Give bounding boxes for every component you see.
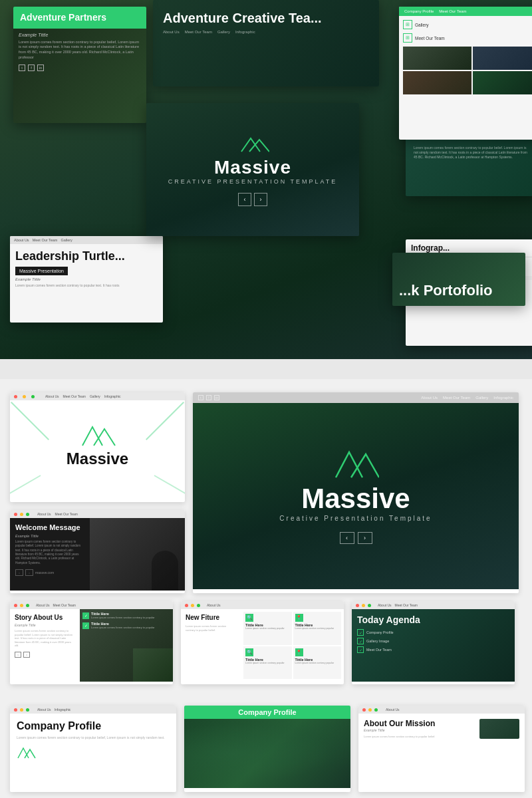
tf-desc-3: Lorem ipsum section contrary popular [245,662,290,665]
story-nav-1: About Us [36,603,50,607]
forest-bg [133,648,173,682]
welcome-lorem: Lorem ipsum comes forem section contrary… [15,540,84,565]
massive-subtitle-lg: Creative Presentation Template [279,515,432,522]
ldr-gallery: Gallery [61,238,72,242]
tf-item-3: 🔍 Tittle Here Lorem ipsum section contra… [243,646,292,680]
check-desc-1: Lorem ipsum comes forem section contrary… [91,616,155,619]
pin-icon: 📍 [295,614,303,622]
agenda-check-2: ✓ [357,638,364,644]
story-lorem: Lorem ipsum comes forem section contrary… [15,629,75,648]
social-in: in [214,395,219,400]
agenda-nav-2: Meet Our Team [395,603,418,607]
dot-red-s [14,604,17,607]
lg-nav-about: About Us [421,396,438,400]
lg-next[interactable]: › [358,532,372,544]
mountain-icon-lg [332,449,379,479]
welcome-title: Welcome Message [15,523,84,532]
dot-green-a [368,604,371,607]
grid-row-1: About Us Meet Our Team Gallery Infograph… [10,392,522,593]
agenda-item-1: ✓ Company Profile [357,629,509,636]
fiture-title: New Fiture [186,614,236,622]
nav-infographic-sm: Infographic [104,394,121,398]
fiture-nav-1: About Us [207,603,221,607]
cp1-lorem: Lorem ipsum comes forem section contrary… [17,735,170,741]
welcome-nav-1: About Us [37,512,51,516]
dot-red-cp3 [362,708,366,712]
story-nav-2: Meet Our Team [53,603,76,607]
img-thumb-4 [473,71,532,94]
adventure-team-card: Adventure Creative Tea... About Us Meet … [153,0,379,86]
cp2-title: Company Profile [238,708,296,716]
line-2 [146,402,184,440]
cp2-overlay [184,719,350,788]
prev-btn[interactable]: ‹ [15,569,23,576]
fiture-lorem: Lorem ipsum comes forem section contrary… [186,624,236,632]
agenda-check-3: ✓ [357,646,364,653]
lg-prev[interactable]: ‹ [340,532,354,544]
adventure-team-title: Adventure Creative Tea... [163,10,369,26]
cr-link-1: ⊞ Gallery [403,20,532,29]
thumb-company-profile-1: About Us Infographic Company Profile Lor… [10,706,176,792]
massive-title-sm: Massive [66,450,128,468]
massive-center-subtitle: Creative Presentation Template [168,178,338,185]
prev-arrow[interactable]: ‹ [238,193,251,206]
dot-red-f [185,604,188,607]
ldr-about: About Us [14,238,29,242]
lg-nav-infographic: Infographic [493,396,513,400]
tf-item-1: 🔍 Tittle Here Lorem ipsum section contra… [243,612,292,645]
facebook-icon: f [28,65,35,71]
line-4 [154,475,185,496]
dot-red [14,395,17,398]
dot-yellow-f [191,604,194,607]
lg-nav-team: Meet Our Team [443,396,470,400]
next-btn[interactable]: › [25,569,33,576]
cr-nav-team: Meet Our Team [439,9,466,13]
nav-about-sm: About Us [45,394,59,398]
nav-gallery: Gallery [217,30,230,34]
ldr-team: Meet Our Team [33,238,58,242]
nav-gallery-sm: Gallery [90,394,100,398]
cp3-lorem: Lorem ipsum comes forem section contrary… [364,735,475,739]
story-title: Story About Us [15,614,75,622]
next-arrow[interactable]: › [254,193,267,206]
agenda-text-3: Meet Our Team [366,648,392,652]
agenda-nav-1: About Us [378,603,392,607]
portfolio-title: ...k Portofolio [399,282,493,299]
team-icon: ⊞ [403,33,412,43]
spacer [10,692,522,706]
twitter-icon: t [19,65,25,71]
person-silhouette [152,551,178,591]
tf-item-2: 📍 Tittle Here Lorem ipsum section contra… [293,612,342,645]
story-prev[interactable]: ‹ [15,652,21,658]
dot-green-f [197,604,200,607]
social-f: f [206,395,211,400]
leadership-lorem: Lorem ipsum comes forem section contrary… [15,283,158,288]
thumb-massive-small: About Us Meet Our Team Gallery Infograph… [10,392,185,502]
agenda-text-1: Company Profile [366,630,394,634]
check-item-1: ✓ Tittle Here Lorem ipsum comes forem se… [82,612,170,619]
check-icon-1: ✓ [82,612,89,619]
cp1-title: Company Profile [17,720,170,732]
story-example: Example Tittle [15,623,75,627]
story-next[interactable]: › [23,652,30,658]
agenda-title: Today Agenda [357,614,509,625]
tf-desc-4: Lorem ipsum section contrary popular [295,662,340,665]
grid-section: About Us Meet Our Team Gallery Infograph… [0,379,532,798]
social-t: t [198,395,203,400]
check-icon-2: ✓ [82,622,89,629]
thumb-agenda: About Us Meet Our Team Today Agenda ✓ Co… [352,601,515,684]
dot-yellow-cp1 [20,708,23,712]
dot-green-cp1 [26,708,29,712]
lg-nav-gallery: Gallery [475,396,488,400]
cr-link-2: ⊞ Meet Our Team [403,33,532,43]
adventure-example: Example Tittle [19,33,141,37]
thumb-story: About Us Meet Our Team Story About Us Ex… [10,601,173,684]
thumb-fiture: About Us New Fiture Lorem ipsum comes fo… [181,601,344,684]
instagram-icon: in [37,65,44,71]
dot-yellow-cp3 [368,708,372,712]
cr-nav-company: Company Profile [404,9,434,13]
massive-badge: Massive Presentation [15,267,68,275]
tf-item-4: 📍 Tittle Here Lorem ipsum section contra… [293,646,342,680]
cp3-nav: About Us [386,708,400,712]
leadership-example: Example Tittle [15,277,158,281]
